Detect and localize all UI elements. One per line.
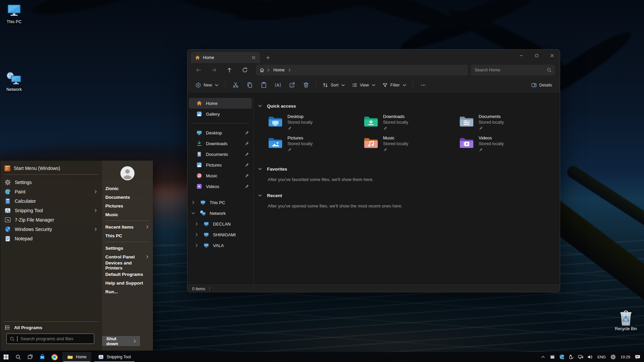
start-menu-link-run[interactable]: Run... xyxy=(102,287,153,296)
settings-gear-icon[interactable] xyxy=(609,352,618,362)
start-menu-item-calculator[interactable]: Calculator xyxy=(0,196,102,206)
usb-eject-icon[interactable] xyxy=(567,352,576,362)
sidebar-item-this-pc[interactable]: This PC xyxy=(189,197,252,208)
taskbar-search-button[interactable] xyxy=(12,352,24,362)
start-menu-link-control-panel[interactable]: Control Panel xyxy=(102,252,153,261)
chevron-down-icon[interactable] xyxy=(191,211,196,216)
sidebar-item-gallery[interactable]: Gallery xyxy=(189,109,252,119)
chevron-right-icon[interactable] xyxy=(194,222,199,226)
start-menu-item-snipping-tool[interactable]: Snipping Tool xyxy=(0,206,102,215)
sidebar-item-documents[interactable]: Documents xyxy=(189,149,252,160)
start-menu-link-recent-items[interactable]: Recent Items xyxy=(102,223,153,231)
breadcrumb[interactable]: Home xyxy=(256,65,468,75)
back-button[interactable] xyxy=(192,65,205,75)
start-menu-link-music[interactable]: Music xyxy=(102,210,153,219)
more-options-button[interactable] xyxy=(416,79,430,91)
chrome-icon[interactable] xyxy=(48,352,60,362)
tile-subtitle: Stored locally xyxy=(383,141,408,146)
network-tray-icon[interactable] xyxy=(576,352,585,362)
chevron-right-icon[interactable] xyxy=(194,243,199,248)
sidebar-item-pictures[interactable]: Pictures xyxy=(189,160,252,170)
start-search-box[interactable] xyxy=(6,334,94,344)
new-button[interactable]: New xyxy=(192,79,222,91)
start-menu-link-documents[interactable]: Documents xyxy=(102,193,153,201)
tab-close-icon[interactable] xyxy=(250,54,257,61)
close-button[interactable] xyxy=(544,50,560,62)
maximize-button[interactable] xyxy=(529,50,544,62)
desktop-icon-this-pc[interactable]: This PC xyxy=(0,3,28,24)
breadcrumb-item[interactable]: Home xyxy=(272,68,286,72)
start-menu-item-settings[interactable]: Settings xyxy=(0,178,102,187)
quick-access-tile-documents[interactable]: DocumentsStored locally xyxy=(459,114,554,134)
cut-button[interactable] xyxy=(228,79,243,91)
sort-button[interactable]: Sort xyxy=(319,79,348,91)
section-quick-access[interactable]: Quick access xyxy=(258,103,560,109)
start-menu-link-devices-and-printers[interactable]: Devices and Printers xyxy=(102,261,153,270)
copy-button[interactable] xyxy=(243,79,257,91)
desktop-icon-network[interactable]: Network xyxy=(0,71,28,92)
task-view-button[interactable] xyxy=(24,352,36,362)
chevron-right-icon[interactable] xyxy=(191,200,196,205)
start-search-input[interactable] xyxy=(20,336,91,342)
clock[interactable]: 19:29 xyxy=(618,355,633,359)
quick-access-tile-music[interactable]: MusicStored locally xyxy=(363,135,459,156)
quick-access-tile-pictures[interactable]: PicturesStored locally xyxy=(268,135,363,156)
start-menu-item-windows-security[interactable]: Windows Security xyxy=(0,225,102,234)
sidebar-item-declan[interactable]: DECLAN xyxy=(189,219,252,229)
rename-button[interactable] xyxy=(271,79,285,91)
filter-button[interactable]: Filter xyxy=(379,79,410,91)
start-menu-item-7-zip-file-manager[interactable]: 7z7-Zip File Manager xyxy=(0,215,102,225)
user-avatar[interactable] xyxy=(120,166,135,181)
tray-chevron-up-icon[interactable] xyxy=(539,352,547,362)
explorer-search-input[interactable] xyxy=(474,67,546,73)
minimize-button[interactable] xyxy=(514,50,529,62)
start-menu-header[interactable]: Start Menu (Windows) xyxy=(0,164,102,174)
start-menu-link-this-pc[interactable]: This PC xyxy=(102,231,153,240)
explorer-tab-home[interactable]: Home xyxy=(191,52,260,63)
sidebar-item-desktop[interactable]: Desktop xyxy=(189,127,252,138)
notification-center-icon[interactable] xyxy=(633,352,642,362)
start-menu-link-settings[interactable]: Settings xyxy=(102,244,153,252)
start-menu-link-default-programs[interactable]: Default Programs xyxy=(102,270,153,279)
refresh-button[interactable] xyxy=(238,65,251,75)
start-button[interactable] xyxy=(0,352,12,362)
start-menu-item-notepad[interactable]: Notepad xyxy=(0,234,102,243)
shutdown-button[interactable]: Shut down xyxy=(102,336,140,346)
share-button[interactable] xyxy=(285,79,299,91)
start-menu-link-zionic[interactable]: Zionic xyxy=(102,184,153,193)
sidebar-item-downloads[interactable]: Downloads xyxy=(189,138,252,149)
start-menu-link-help-and-support[interactable]: Help and Support xyxy=(102,279,153,287)
tray-app-icon[interactable] xyxy=(548,352,557,362)
store-icon[interactable] xyxy=(36,352,48,362)
desktop-icon-recycle-bin[interactable]: Recycle Bin xyxy=(612,310,640,331)
explorer-content: Quick access DesktopStored locallyDownlo… xyxy=(254,93,560,285)
start-menu-item-paint[interactable]: Paint xyxy=(0,187,102,196)
quick-access-tile-videos[interactable]: VideosStored locally xyxy=(459,135,554,156)
sidebar-item-shinigami[interactable]: SHINIGAMI xyxy=(189,229,252,240)
chevron-right-icon[interactable] xyxy=(194,232,199,237)
delete-button[interactable] xyxy=(299,79,313,91)
language-indicator[interactable]: ENG xyxy=(595,355,608,359)
new-tab-button[interactable] xyxy=(263,53,273,62)
sidebar-item-vala[interactable]: VALA xyxy=(189,240,252,251)
start-menu-link-pictures[interactable]: Pictures xyxy=(102,201,153,210)
sidebar-item-videos[interactable]: Videos xyxy=(189,181,252,192)
all-programs-button[interactable]: All Programs xyxy=(4,324,42,330)
view-button[interactable]: View xyxy=(348,79,379,91)
quick-access-tile-desktop[interactable]: DesktopStored locally xyxy=(268,114,363,134)
sidebar-item-home[interactable]: Home xyxy=(189,98,252,109)
sidebar-item-music[interactable]: Music xyxy=(189,170,252,181)
volume-icon[interactable] xyxy=(586,352,594,362)
taskbar-app-snipping-tool[interactable]: Snipping Tool xyxy=(93,352,136,362)
details-pane-button[interactable]: Details xyxy=(528,79,555,91)
defender-shield-icon[interactable] xyxy=(557,352,566,362)
taskbar-app-home[interactable]: Home xyxy=(62,352,91,362)
up-button[interactable] xyxy=(223,65,236,75)
paste-button[interactable] xyxy=(257,79,271,91)
sidebar-item-network[interactable]: Network xyxy=(189,208,252,219)
forward-button[interactable] xyxy=(208,65,220,75)
section-favorites[interactable]: Favorites xyxy=(258,166,560,172)
explorer-search-box[interactable] xyxy=(471,65,555,75)
section-recent[interactable]: Recent xyxy=(258,192,560,199)
quick-access-tile-downloads[interactable]: DownloadsStored locally xyxy=(363,114,459,134)
